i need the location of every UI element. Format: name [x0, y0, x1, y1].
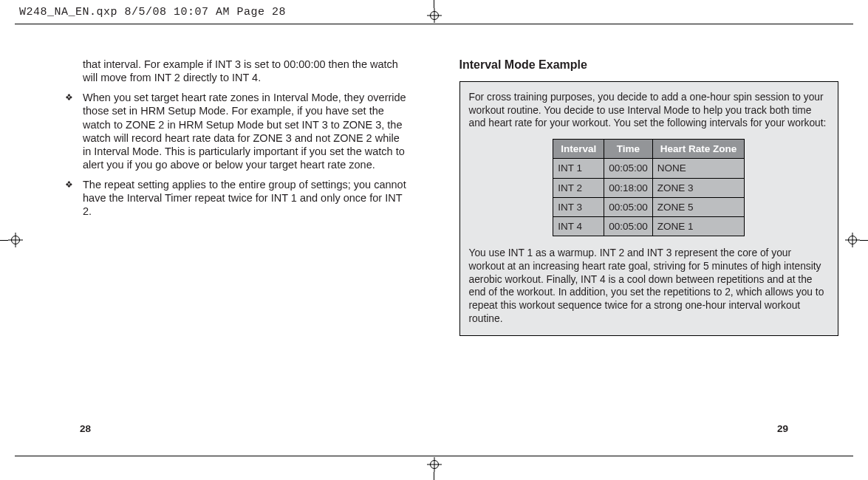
- table-cell: ZONE 1: [652, 217, 745, 236]
- table-header-row: Interval Time Heart Rate Zone: [553, 139, 745, 158]
- table-cell: INT 1: [553, 159, 604, 178]
- crop-mark-top: [427, 0, 442, 23]
- table-cell: 00:18:00: [604, 178, 653, 197]
- right-column: Interval Mode Example For cross training…: [459, 58, 839, 430]
- left-column: that interval. For example if INT 3 is s…: [30, 58, 409, 430]
- page-spread: that interval. For example if INT 3 is s…: [30, 58, 838, 430]
- example-intro: For cross training purposes, you decide …: [469, 91, 830, 130]
- table-cell: 00:05:00: [604, 217, 653, 236]
- table-cell: NONE: [652, 159, 745, 178]
- section-heading: Interval Mode Example: [459, 58, 839, 72]
- table-cell: INT 3: [553, 197, 604, 216]
- table-header: Heart Rate Zone: [652, 139, 745, 158]
- bullet-text: When you set target heart rate zones in …: [83, 91, 409, 171]
- bullet-glyph-icon: ❖: [65, 91, 83, 171]
- table-cell: 00:05:00: [604, 159, 653, 178]
- page-number-left: 28: [80, 423, 91, 434]
- bullet-item: ❖ When you set target heart rate zones i…: [65, 91, 409, 171]
- page-number-right: 29: [777, 423, 788, 434]
- table-header: Time: [604, 139, 653, 158]
- table-cell: 00:05:00: [604, 197, 653, 216]
- bullet-item: ❖ The repeat setting applies to the enti…: [65, 178, 409, 218]
- crop-mark-bottom: [427, 457, 442, 480]
- table-row: INT 3 00:05:00 ZONE 5: [553, 197, 745, 216]
- print-slug: W248_NA_EN.qxp 8/5/08 10:07 AM Page 28: [19, 6, 286, 18]
- table-cell: ZONE 5: [652, 197, 745, 216]
- table-row: INT 1 00:05:00 NONE: [553, 159, 745, 178]
- table-cell: INT 2: [553, 178, 604, 197]
- table-header: Interval: [553, 139, 604, 158]
- table-cell: INT 4: [553, 217, 604, 236]
- example-outro: You use INT 1 as a warmup. INT 2 and INT…: [469, 247, 830, 325]
- example-box: For cross training purposes, you decide …: [459, 81, 839, 336]
- bullet-text: The repeat setting applies to the entire…: [83, 178, 409, 218]
- table-cell: ZONE 3: [652, 178, 745, 197]
- continuation-paragraph: that interval. For example if INT 3 is s…: [83, 58, 409, 84]
- bullet-glyph-icon: ❖: [65, 178, 83, 218]
- table-row: INT 2 00:18:00 ZONE 3: [553, 178, 745, 197]
- table-row: INT 4 00:05:00 ZONE 1: [553, 217, 745, 236]
- intervals-table: Interval Time Heart Rate Zone INT 1 00:0…: [553, 139, 745, 236]
